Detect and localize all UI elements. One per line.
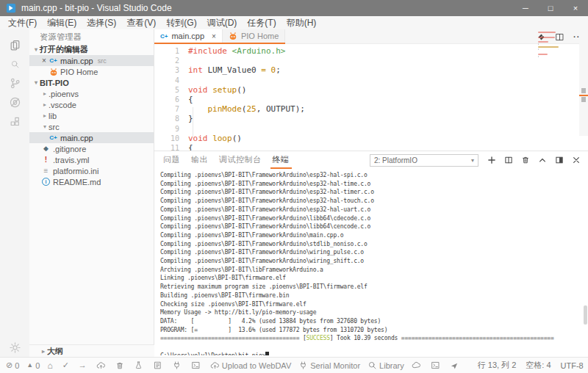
terminal-line: Compiling .pioenvs\BPI-BIT\FrameworkArdu… <box>160 180 582 189</box>
open-editors-header[interactable]: ▾ 打开的编辑器 <box>29 44 154 55</box>
gear-icon[interactable] <box>0 338 29 357</box>
chevron-up-icon[interactable] <box>538 156 547 164</box>
code-editor[interactable]: 1#include <Arduino.h>23int LUM_Value0 = … <box>154 44 588 151</box>
menu-item[interactable]: 任务(T) <box>242 17 281 29</box>
terminal-line: Compiling .pioenvs\BPI-BIT\FrameworkArdu… <box>160 214 582 223</box>
bottom-panel: 问题输出调试控制台终端 2: PlatformIO ▾ Compiling .p… <box>154 151 588 357</box>
terminal-scrollbar[interactable] <box>584 305 587 325</box>
plus-icon[interactable] <box>487 156 496 164</box>
activity-bar <box>0 29 29 357</box>
panel-actions <box>487 156 581 164</box>
project-header[interactable]: ▾ BIT-PIO <box>29 77 154 88</box>
overview-marker <box>581 88 586 93</box>
tree-item[interactable]: ≡platformio.ini <box>29 165 154 176</box>
debug-icon[interactable] <box>0 93 29 112</box>
panel-tab[interactable]: 调试控制台 <box>217 151 264 169</box>
trash-icon[interactable] <box>521 156 530 164</box>
menu-item[interactable]: 调试(D) <box>202 17 243 29</box>
tree-item[interactable]: iREADME.md <box>29 176 154 187</box>
open-editor-item[interactable]: PIO Home <box>29 66 154 77</box>
code-line: 11{ <box>154 143 588 151</box>
open-editor-item[interactable]: × C+ main.cpp src <box>29 55 154 66</box>
terminal[interactable]: Compiling .pioenvs\BPI-BIT\FrameworkArdu… <box>160 171 582 355</box>
check-icon: ✓ <box>62 361 69 369</box>
status-item[interactable]: Library <box>368 361 404 370</box>
editor-tab[interactable]: PIO Home <box>223 29 285 43</box>
close-icon[interactable]: × <box>40 57 49 65</box>
tree-item[interactable]: !.travis.yml <box>29 154 154 165</box>
panel-tab[interactable]: 输出 <box>189 151 210 169</box>
tree-item[interactable]: ▸.pioenvs <box>29 88 154 99</box>
status-item[interactable]: UTF-8 <box>561 361 584 370</box>
tree-item[interactable]: ▾src <box>29 121 154 132</box>
status-item[interactable]: ⊘0 <box>6 361 19 370</box>
status-item[interactable] <box>134 361 146 370</box>
overview-marker-accent <box>579 95 588 96</box>
send-icon <box>450 361 459 370</box>
tree-item[interactable]: ▸.vscode <box>29 99 154 110</box>
status-item[interactable]: ⌂ <box>47 361 54 370</box>
status-item[interactable] <box>153 361 165 370</box>
line-number: 9 <box>154 124 188 134</box>
chevron-down-icon: ▾ <box>32 79 40 86</box>
code-line: 6{ <box>154 95 588 104</box>
tasks-icon <box>153 361 162 370</box>
pio-icon <box>229 32 237 40</box>
menu-item[interactable]: 编辑(E) <box>42 17 82 29</box>
menu-item[interactable]: 选择(S) <box>82 17 121 29</box>
status-item[interactable] <box>172 361 184 370</box>
search-icon[interactable] <box>0 54 29 73</box>
menu-item[interactable]: 转到(G) <box>161 17 201 29</box>
readme-icon: i <box>41 178 51 186</box>
status-item[interactable]: → <box>79 361 89 369</box>
minimap[interactable] <box>538 32 559 58</box>
panel-tab[interactable]: 终端 <box>270 151 292 169</box>
cpp-file-icon: C+ <box>49 134 58 141</box>
project-tree: ▸.pioenvs ▸.vscode ▸lib ▾src C+main.cpp … <box>29 88 154 187</box>
maximize-button[interactable]: □ <box>538 0 563 16</box>
status-item[interactable]: ▲0 <box>26 361 40 370</box>
chevron-down-icon: ▾ <box>41 123 49 130</box>
panel-tab[interactable]: 问题 <box>161 151 182 169</box>
status-item[interactable]: Upload to WebDAV <box>210 361 291 370</box>
status-item[interactable] <box>191 361 203 370</box>
tree-item[interactable]: ◆.gitignore <box>29 143 154 154</box>
close-icon[interactable]: × <box>212 32 216 40</box>
source-control-icon[interactable] <box>0 73 29 93</box>
close-button[interactable]: × <box>563 0 588 16</box>
outline-section[interactable]: ▸ 大纲 <box>29 344 164 357</box>
split-panel-icon[interactable] <box>504 156 513 164</box>
menu-item[interactable]: 文件(F) <box>3 17 42 29</box>
flask-icon <box>134 361 143 370</box>
line-number: 11 <box>154 143 188 151</box>
status-item[interactable] <box>431 361 442 370</box>
close-icon[interactable] <box>572 156 581 164</box>
extensions-icon[interactable] <box>0 112 29 131</box>
plug-icon <box>298 361 308 370</box>
open-editor-detail: src <box>98 57 107 65</box>
explorer-icon[interactable] <box>0 35 29 54</box>
status-item[interactable]: Serial Monitor <box>298 361 360 370</box>
overview-ruler[interactable] <box>579 29 588 136</box>
minimize-button[interactable]: ─ <box>513 0 538 16</box>
status-item[interactable]: 空格: 4 <box>526 360 551 371</box>
tree-item[interactable]: C+main.cpp <box>29 132 154 143</box>
status-item[interactable] <box>412 361 423 370</box>
tree-item[interactable]: ▸lib <box>29 110 154 121</box>
tree-item-label: main.cpp <box>60 134 93 142</box>
status-item[interactable] <box>450 361 461 370</box>
panel-right-icon[interactable] <box>555 156 564 164</box>
overview-marker <box>581 97 586 102</box>
status-item[interactable] <box>115 361 126 370</box>
menu-item[interactable]: 帮助(H) <box>282 17 322 29</box>
status-item[interactable] <box>96 361 108 370</box>
outline-label: 大纲 <box>47 346 63 357</box>
editor-tab[interactable]: C+ main.cpp × <box>154 29 223 43</box>
terminal-picker[interactable]: 2: PlatformIO ▾ <box>370 154 478 167</box>
status-item[interactable]: 行 13, 列 2 <box>478 360 517 371</box>
line-number: 2 <box>154 56 188 65</box>
status-item[interactable]: ✓ <box>62 361 71 369</box>
terminal-line: Compiling .pioenvs\BPI-BIT\FrameworkArdu… <box>160 171 582 180</box>
pio-icon <box>49 68 58 76</box>
menu-item[interactable]: 查看(V) <box>121 17 161 29</box>
